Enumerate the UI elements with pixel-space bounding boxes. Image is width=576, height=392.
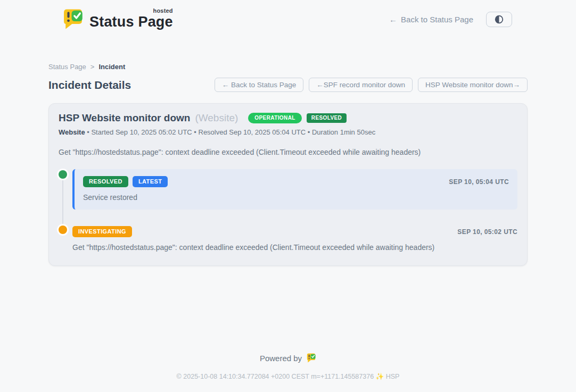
- timeline-dot-green: [59, 170, 67, 179]
- theme-toggle-button[interactable]: [486, 12, 512, 27]
- footer: Powered by © 2025-10-08 14:10:34.772084 …: [0, 353, 576, 392]
- incident-meta-details: • Started Sep 10, 2025 05:02 UTC • Resol…: [85, 128, 376, 136]
- incident-title: HSP Website monitor down: [59, 112, 190, 124]
- timeline-resolved-badge: RESOLVED: [83, 176, 128, 187]
- powered-by-link[interactable]: Powered by: [260, 353, 316, 363]
- half-circle-contrast-icon: [495, 15, 504, 24]
- timeline-investigating-badge: INVESTIGATING: [72, 226, 132, 237]
- status-page-logo-icon: [62, 7, 84, 31]
- incident-component-label: (Website): [195, 112, 238, 124]
- status-page-logo-icon-small: [306, 353, 316, 363]
- breadcrumb-current-incident: Incident: [98, 63, 125, 71]
- breadcrumb-separator: >: [90, 63, 95, 71]
- page-title: Incident Details: [48, 79, 131, 91]
- powered-by-label: Powered by: [260, 354, 302, 363]
- left-arrow-icon: ←: [389, 15, 397, 24]
- timeline-timestamp: SEP 10, 05:02 UTC: [457, 228, 517, 236]
- next-incident-button[interactable]: HSP Website monitor down→: [418, 78, 528, 92]
- header-back-to-status-page-link[interactable]: ← Back to Status Page: [389, 15, 473, 24]
- timeline-entry-body: INVESTIGATING SEP 10, 05:02 UTC Get "htt…: [72, 224, 517, 252]
- header: hosted Status Page ← Back to Status Page: [0, 0, 576, 36]
- main-content: Status Page > Incident Incident Details …: [48, 63, 528, 266]
- timeline-entry-header: RESOLVED LATEST SEP 10, 05:04 UTC: [83, 176, 509, 187]
- incident-description: Get "https://hostedstatus.page": context…: [59, 148, 517, 156]
- title-row: Incident Details ← Back to Status Page ←…: [48, 78, 528, 92]
- copyright-text: © 2025-10-08 14:10:34.772084 +0200 CEST …: [0, 372, 576, 380]
- logo-title: Status Page: [89, 14, 173, 30]
- header-right: ← Back to Status Page: [389, 12, 512, 27]
- prev-incident-button[interactable]: ←SPF record monitor down: [309, 78, 413, 92]
- operational-status-badge: OPERATIONAL: [248, 113, 301, 123]
- timeline-entry-resolved: RESOLVED LATEST SEP 10, 05:04 UTC Servic…: [59, 169, 517, 210]
- logo-text: hosted Status Page: [89, 7, 173, 30]
- incident-meta: Website • Started Sep 10, 2025 05:02 UTC…: [59, 128, 517, 136]
- back-to-status-page-button[interactable]: ← Back to Status Page: [215, 78, 304, 92]
- timeline-message: Get "https://hostedstatus.page": context…: [72, 243, 517, 252]
- status-page-logo[interactable]: hosted Status Page: [62, 7, 173, 31]
- timeline-latest-badge: LATEST: [133, 176, 168, 187]
- timeline-entry-body: RESOLVED LATEST SEP 10, 05:04 UTC Servic…: [72, 169, 517, 210]
- header-back-link-label: Back to Status Page: [401, 15, 473, 24]
- breadcrumb: Status Page > Incident: [48, 63, 528, 71]
- timeline-timestamp: SEP 10, 05:04 UTC: [449, 178, 509, 186]
- timeline-dot-orange: [59, 226, 67, 234]
- page: hosted Status Page ← Back to Status Page: [0, 0, 576, 392]
- incident-nav-buttons: ← Back to Status Page ←SPF record monito…: [215, 78, 528, 92]
- resolved-status-badge: RESOLVED: [307, 113, 347, 123]
- incident-card-header: HSP Website monitor down (Website) OPERA…: [59, 112, 517, 124]
- breadcrumb-status-page-link[interactable]: Status Page: [48, 63, 86, 71]
- incident-card: HSP Website monitor down (Website) OPERA…: [48, 103, 528, 266]
- timeline-entry-header: INVESTIGATING SEP 10, 05:02 UTC: [72, 226, 517, 237]
- timeline-message: Service restored: [83, 193, 509, 202]
- timeline-entry-investigating: INVESTIGATING SEP 10, 05:02 UTC Get "htt…: [59, 224, 517, 252]
- logo-hosted-label: hosted: [153, 7, 173, 14]
- incident-meta-component: Website: [59, 128, 85, 136]
- incident-timeline: RESOLVED LATEST SEP 10, 05:04 UTC Servic…: [59, 169, 517, 252]
